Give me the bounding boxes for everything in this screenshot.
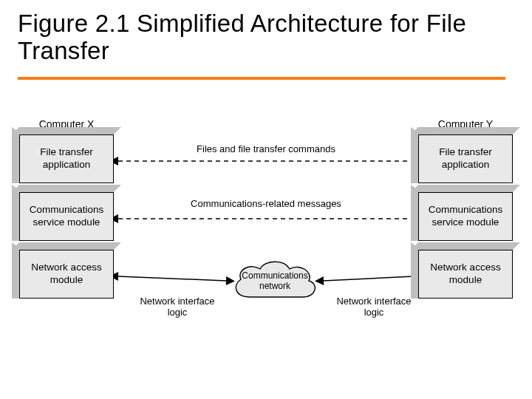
title-underline: [18, 77, 505, 80]
x-file-transfer-text: File transfer application: [19, 134, 114, 183]
computer-x-stack: Computer X File transfer application Com…: [19, 118, 114, 307]
x-comm-service-layer: Communications service module: [19, 192, 114, 241]
label-files-commands: Files and file transfer commands: [170, 143, 362, 154]
x-file-transfer-layer: File transfer application: [19, 134, 114, 183]
label-comm-messages: Communications-related messages: [170, 198, 362, 209]
computer-y-stack: Computer Y File transfer application Com…: [418, 118, 513, 307]
figure-title: Figure 2.1 Simplified Architecture for F…: [18, 10, 514, 65]
y-file-transfer-text: File transfer application: [418, 134, 513, 183]
y-comm-service-layer: Communications service module: [418, 192, 513, 241]
cloud-line1: Communications: [242, 270, 307, 281]
cloud-label: Communications network: [226, 270, 324, 292]
architecture-diagram: Computer X File transfer application Com…: [0, 102, 532, 383]
cloud-line2: network: [259, 281, 290, 291]
y-network-access-layer: Network access module: [418, 250, 513, 299]
y-network-access-text: Network access module: [418, 250, 513, 299]
communications-network-cloud: Communications network: [226, 256, 324, 309]
x-network-access-layer: Network access module: [19, 250, 114, 299]
x-comm-service-text: Communications service module: [19, 192, 114, 241]
x-network-access-text: Network access module: [19, 250, 114, 299]
y-comm-service-text: Communications service module: [418, 192, 513, 241]
svg-line-2: [118, 276, 226, 281]
y-file-transfer-layer: File transfer application: [418, 134, 513, 183]
label-net-if-logic-left: Network interface logic: [133, 296, 222, 318]
svg-line-3: [324, 276, 414, 281]
label-net-if-logic-right: Network interface logic: [330, 296, 418, 318]
